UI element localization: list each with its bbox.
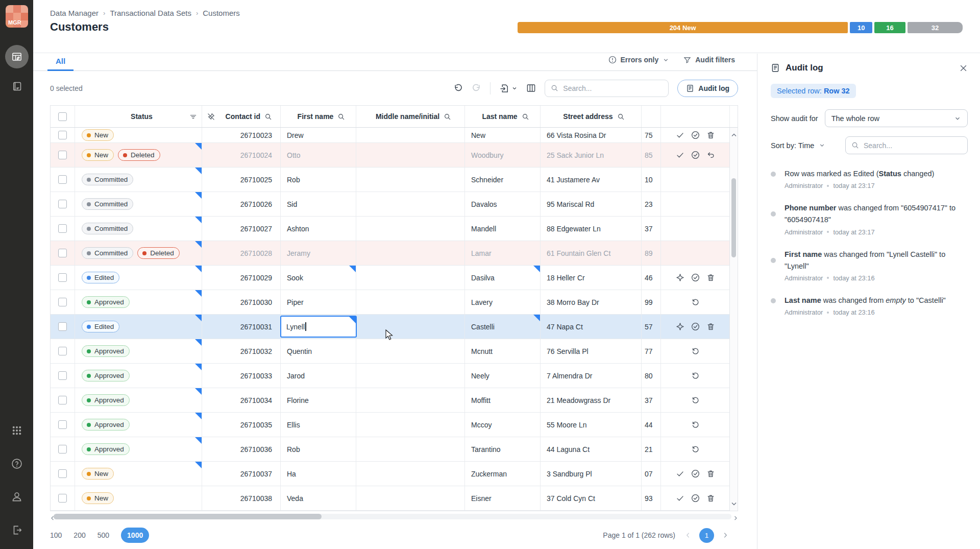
- app-logo[interactable]: MGR: [6, 5, 28, 28]
- street-address-cell[interactable]: 21 Meadowgrass Dr: [541, 388, 642, 412]
- accept-row-icon[interactable]: [676, 494, 685, 503]
- middle-name-cell[interactable]: [356, 241, 465, 265]
- delete-row-icon[interactable]: [706, 494, 716, 503]
- history-row-icon[interactable]: [691, 298, 700, 307]
- last-name-cell[interactable]: Lavery: [465, 290, 541, 314]
- redo-button[interactable]: [472, 83, 481, 93]
- sort-by-dropdown[interactable]: Sort by: Time: [771, 141, 825, 150]
- middle-name-cell[interactable]: [356, 462, 465, 486]
- approve-row-icon[interactable]: [691, 151, 700, 160]
- column-header-last[interactable]: Last name: [465, 106, 541, 127]
- street-address-cell[interactable]: 25 Sack Junior Ln: [541, 143, 642, 167]
- last-name-cell[interactable]: Castelli: [465, 315, 541, 339]
- edited-row-icon[interactable]: [676, 273, 685, 282]
- accept-row-icon[interactable]: [676, 469, 685, 479]
- close-icon[interactable]: [959, 64, 968, 73]
- middle-name-cell[interactable]: [356, 128, 465, 142]
- last-name-cell[interactable]: New: [465, 128, 541, 142]
- search-column-icon[interactable]: [444, 113, 451, 121]
- accept-row-icon[interactable]: [676, 151, 685, 160]
- middle-name-cell[interactable]: [356, 339, 465, 363]
- middle-name-cell[interactable]: [356, 266, 465, 290]
- audit-log-button[interactable]: Audit log: [677, 80, 738, 97]
- row-checkbox[interactable]: [58, 494, 67, 503]
- last-name-cell[interactable]: Eisner: [465, 486, 541, 510]
- history-row-icon[interactable]: [691, 445, 700, 454]
- accept-row-icon[interactable]: [676, 131, 685, 140]
- column-header-status[interactable]: Status: [75, 106, 202, 127]
- street-address-cell[interactable]: 3 Sandburg Pl: [541, 462, 642, 486]
- horizontal-scroll-thumb[interactable]: [54, 514, 322, 519]
- horizontal-scrollbar[interactable]: [50, 512, 738, 521]
- first-name-cell[interactable]: Drew: [281, 128, 356, 142]
- row-checkbox[interactable]: [58, 371, 67, 380]
- vertical-scroll-thumb[interactable]: [731, 178, 736, 257]
- street-address-cell[interactable]: 44 Laguna Ct: [541, 437, 642, 461]
- street-address-cell[interactable]: 37 Cold Cyn Ct: [541, 486, 642, 510]
- help-icon[interactable]: [5, 454, 29, 473]
- columns-button[interactable]: [526, 83, 536, 93]
- first-name-cell[interactable]: Otto: [281, 143, 356, 167]
- delete-row-icon[interactable]: [706, 469, 716, 479]
- delete-row-icon[interactable]: [706, 322, 716, 331]
- middle-name-cell[interactable]: [356, 364, 465, 388]
- logout-icon[interactable]: [5, 520, 29, 540]
- audit-filters-button[interactable]: Audit filters: [683, 56, 735, 64]
- last-name-cell[interactable]: Mccoy: [465, 413, 541, 437]
- row-checkbox[interactable]: [58, 273, 67, 282]
- middle-name-cell[interactable]: [356, 437, 465, 461]
- delete-row-icon[interactable]: [706, 273, 716, 282]
- errors-only-filter[interactable]: Errors only: [608, 56, 670, 64]
- first-name-cell[interactable]: Rob: [281, 168, 356, 192]
- edited-row-icon[interactable]: [676, 322, 685, 331]
- street-address-cell[interactable]: 61 Fountain Glen Ct: [541, 241, 642, 265]
- apps-menu-icon[interactable]: [5, 421, 29, 440]
- last-name-cell[interactable]: Tarantino: [465, 437, 541, 461]
- search-column-icon[interactable]: [337, 113, 345, 121]
- first-name-cell[interactable]: Jeramy: [281, 241, 356, 265]
- row-checkbox[interactable]: [58, 131, 67, 139]
- unpin-column-icon[interactable]: [207, 113, 215, 121]
- vertical-scrollbar[interactable]: [729, 128, 738, 511]
- first-name-cell[interactable]: Quentin: [281, 339, 356, 363]
- page-size-500[interactable]: 500: [97, 531, 109, 539]
- history-row-icon[interactable]: [691, 347, 700, 356]
- history-row-icon[interactable]: [691, 420, 700, 429]
- search-column-icon[interactable]: [522, 113, 529, 121]
- last-name-cell[interactable]: Mcnutt: [465, 339, 541, 363]
- row-checkbox[interactable]: [58, 322, 67, 331]
- first-name-cell[interactable]: Lynell: [281, 315, 356, 339]
- last-name-cell[interactable]: Zuckerman: [465, 462, 541, 486]
- table-search-input[interactable]: Search...: [545, 80, 669, 97]
- approve-row-icon[interactable]: [691, 273, 700, 282]
- row-checkbox[interactable]: [58, 224, 67, 233]
- middle-name-cell[interactable]: [356, 413, 465, 437]
- street-address-cell[interactable]: 76 Servilla Pl: [541, 339, 642, 363]
- export-button[interactable]: [499, 83, 518, 93]
- restore-row-icon[interactable]: [706, 151, 716, 160]
- approve-row-icon[interactable]: [691, 322, 700, 331]
- breadcrumb-item[interactable]: Transactional Data Sets: [110, 9, 191, 17]
- page-size-1000[interactable]: 1000: [121, 528, 149, 543]
- first-name-cell[interactable]: Veda: [281, 486, 356, 510]
- history-row-icon[interactable]: [691, 371, 700, 380]
- undo-button[interactable]: [453, 83, 463, 93]
- first-name-cell[interactable]: Sid: [281, 192, 356, 216]
- profile-icon[interactable]: [5, 487, 29, 507]
- search-column-icon[interactable]: [617, 113, 625, 121]
- column-header-first[interactable]: First name: [281, 106, 356, 127]
- street-address-cell[interactable]: 18 Heller Cr: [541, 266, 642, 290]
- row-checkbox[interactable]: [58, 249, 67, 257]
- approve-row-icon[interactable]: [691, 494, 700, 503]
- street-address-cell[interactable]: 66 Vista Rosina Dr: [541, 128, 642, 142]
- page-size-100[interactable]: 100: [50, 531, 62, 539]
- middle-name-cell[interactable]: [356, 290, 465, 314]
- first-name-cell[interactable]: Sook: [281, 266, 356, 290]
- last-name-cell[interactable]: Moffitt: [465, 388, 541, 412]
- prev-page-icon[interactable]: [684, 532, 692, 539]
- first-name-cell[interactable]: Ellis: [281, 413, 356, 437]
- scroll-right-icon[interactable]: [733, 514, 738, 523]
- last-name-cell[interactable]: Lamar: [465, 241, 541, 265]
- first-name-cell[interactable]: Jarod: [281, 364, 356, 388]
- last-name-cell[interactable]: Woodbury: [465, 143, 541, 167]
